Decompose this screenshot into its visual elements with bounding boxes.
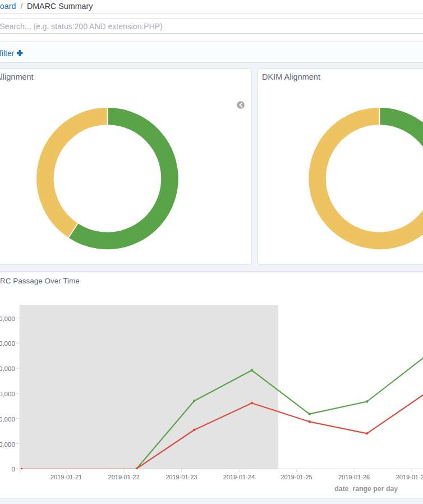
svg-text:100,000: 100,000 [0,441,15,448]
svg-text:date_range per day: date_range per day [334,485,398,493]
svg-text:2019-01-22: 2019-01-22 [108,474,140,480]
svg-text:2019-01-21: 2019-01-21 [50,474,82,480]
svg-text:2019-01-25: 2019-01-25 [281,474,312,480]
svg-text:2019-01-23: 2019-01-23 [165,474,197,480]
svg-text:2019-01-27: 2019-01-27 [396,474,423,480]
svg-text:2019-01-26: 2019-01-26 [338,474,370,480]
svg-text:600,000: 600,000 [0,315,15,322]
svg-text:0: 0 [11,466,15,473]
svg-text:400,000: 400,000 [0,365,15,372]
svg-text:500,000: 500,000 [0,340,15,347]
svg-text:300,000: 300,000 [0,391,15,397]
svg-text:2019-01-24: 2019-01-24 [223,474,255,480]
svg-text:200,000: 200,000 [0,416,15,423]
